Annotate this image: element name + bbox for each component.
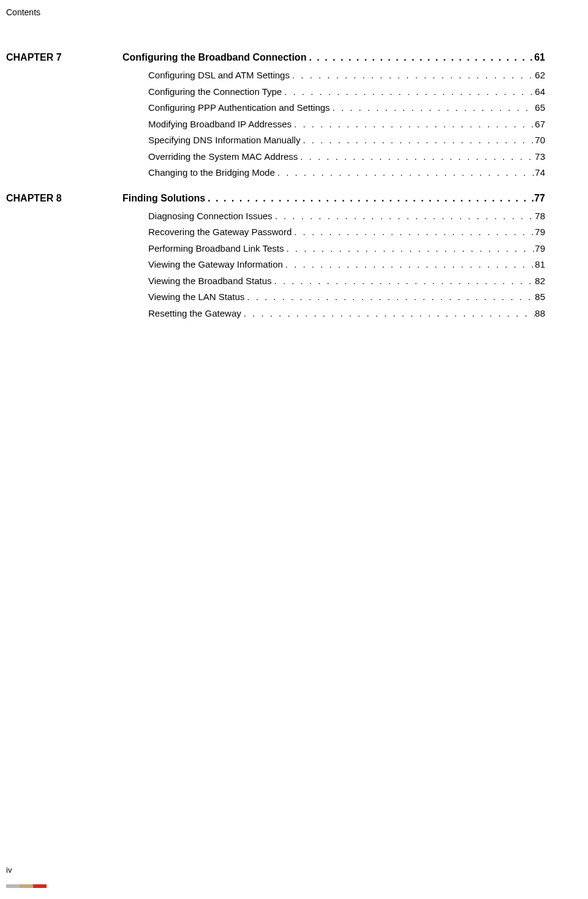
leader-dots: . . . . . . . . . . . . . . . . . . . . … xyxy=(275,166,535,180)
toc-entry-title: Performing Broadband Link Tests xyxy=(148,242,284,256)
toc-entry: Viewing the LAN Status . . . . . . . . .… xyxy=(148,290,545,304)
toc-entry-page: 79 xyxy=(535,242,545,256)
toc-entry-page: 62 xyxy=(535,69,545,83)
chapter-8-label: CHAPTER 8 xyxy=(6,193,123,204)
toc-entry-page: 81 xyxy=(535,258,545,272)
toc-entry: Viewing the Broadband Status . . . . . .… xyxy=(148,274,545,288)
toc-entry-page: 85 xyxy=(535,290,545,304)
toc-entry: Resetting the Gateway . . . . . . . . . … xyxy=(148,307,545,321)
toc-entry: Configuring DSL and ATM Settings . . . .… xyxy=(148,69,545,83)
chapter-7-label: CHAPTER 7 xyxy=(6,52,123,63)
leader-dots: . . . . . . . . . . . . . . . . . . . . … xyxy=(292,225,535,239)
toc-entry-page: 78 xyxy=(535,209,545,224)
toc-entry: Changing to the Bridging Mode . . . . . … xyxy=(148,166,545,180)
leader-dots: . . . . . . . . . . . . . . . . . . . . … xyxy=(282,85,535,99)
chapter-8-block: CHAPTER 8 Finding Solutions . . . . . . … xyxy=(6,191,551,321)
toc-entry-title: Recovering the Gateway Password xyxy=(148,225,292,239)
chapter-8-title: Finding Solutions xyxy=(123,191,205,206)
toc-entry: Diagnosing Connection Issues . . . . . .… xyxy=(148,209,545,224)
leader-dots: . . . . . . . . . . . . . . . . . . . . … xyxy=(241,307,535,321)
chapter-7-title-line: Configuring the Broadband Connection . .… xyxy=(123,50,545,65)
toc-entry-page: 88 xyxy=(535,307,545,321)
toc-entry-title: Configuring DSL and ATM Settings xyxy=(148,69,290,83)
page-header: Contents xyxy=(6,7,40,17)
leader-dots: . . . . . . . . . . . . . . . . . . . . … xyxy=(272,274,535,288)
toc-entry-title: Diagnosing Connection Issues xyxy=(148,209,273,224)
toc-entry-title: Specifying DNS Information Manually xyxy=(148,134,300,148)
leader-dots: . . . . . . . . . . . . . . . . . . . . … xyxy=(244,290,535,304)
toc-entry-title: Changing to the Bridging Mode xyxy=(148,166,275,180)
toc-entry-title: Viewing the Broadband Status xyxy=(148,274,272,288)
toc-entry-title: Viewing the LAN Status xyxy=(148,290,244,304)
toc-entry-page: 74 xyxy=(535,166,545,180)
toc-entry-page: 70 xyxy=(535,134,545,148)
toc-entry-page: 67 xyxy=(535,118,545,132)
toc-entry-page: 64 xyxy=(535,85,545,99)
leader-dots: . . . . . . . . . . . . . . . . . . . . … xyxy=(283,258,535,272)
leader-dots: . . . . . . . . . . . . . . . . . . . . … xyxy=(290,69,535,83)
leader-dots: . . . . . . . . . . . . . . . . . . . . … xyxy=(330,101,535,115)
bar-tan-icon xyxy=(20,884,33,888)
page-footer: iv xyxy=(6,865,12,875)
toc-entry: Performing Broadband Link Tests . . . . … xyxy=(148,242,545,256)
leader-dots: . . . . . . . . . . . . . . . . . . . . … xyxy=(306,50,534,65)
bar-gray-icon xyxy=(6,884,20,888)
toc-entry-title: Modifying Broadband IP Addresses xyxy=(148,118,292,132)
toc-entry: Modifying Broadband IP Addresses . . . .… xyxy=(148,118,545,132)
toc-entry-title: Resetting the Gateway xyxy=(148,307,241,321)
chapter-7-page: 61 xyxy=(534,50,545,65)
leader-dots: . . . . . . . . . . . . . . . . . . . . … xyxy=(205,191,534,206)
toc-entry-page: 82 xyxy=(535,274,545,288)
leader-dots: . . . . . . . . . . . . . . . . . . . . … xyxy=(292,118,535,132)
leader-dots: . . . . . . . . . . . . . . . . . . . . … xyxy=(298,150,535,164)
leader-dots: . . . . . . . . . . . . . . . . . . . . … xyxy=(300,134,535,148)
toc-entry-page: 65 xyxy=(535,101,545,115)
chapter-8-page: 77 xyxy=(534,191,545,206)
toc-entry-title: Viewing the Gateway Information xyxy=(148,258,283,272)
toc-entry-page: 73 xyxy=(535,150,545,164)
leader-dots: . . . . . . . . . . . . . . . . . . . . … xyxy=(273,209,535,224)
toc-entry-page: 79 xyxy=(535,225,545,239)
toc-entry: Configuring PPP Authentication and Setti… xyxy=(148,101,545,115)
page-number: iv xyxy=(6,865,12,875)
toc-entry-title: Configuring the Connection Type xyxy=(148,85,282,99)
toc-entry: Viewing the Gateway Information . . . . … xyxy=(148,258,545,272)
toc-content: CHAPTER 7 Configuring the Broadband Conn… xyxy=(6,50,551,331)
leader-dots: . . . . . . . . . . . . . . . . . . . . … xyxy=(284,242,535,256)
toc-entry: Specifying DNS Information Manually . . … xyxy=(148,134,545,148)
toc-entry-title: Configuring PPP Authentication and Setti… xyxy=(148,101,330,115)
toc-entry: Configuring the Connection Type . . . . … xyxy=(148,85,545,99)
chapter-8-title-line: Finding Solutions . . . . . . . . . . . … xyxy=(123,191,545,206)
toc-entry-title: Overriding the System MAC Address xyxy=(148,150,298,164)
header-label: Contents xyxy=(6,7,40,17)
chapter-7-block: CHAPTER 7 Configuring the Broadband Conn… xyxy=(6,50,551,180)
toc-entry: Recovering the Gateway Password . . . . … xyxy=(148,225,545,239)
footer-decorative-bar xyxy=(6,884,47,888)
toc-entry: Overriding the System MAC Address . . . … xyxy=(148,150,545,164)
chapter-8-row: CHAPTER 8 Finding Solutions . . . . . . … xyxy=(6,191,551,206)
chapter-7-title: Configuring the Broadband Connection xyxy=(123,50,306,65)
chapter-7-row: CHAPTER 7 Configuring the Broadband Conn… xyxy=(6,50,551,65)
bar-red-icon xyxy=(33,884,47,888)
